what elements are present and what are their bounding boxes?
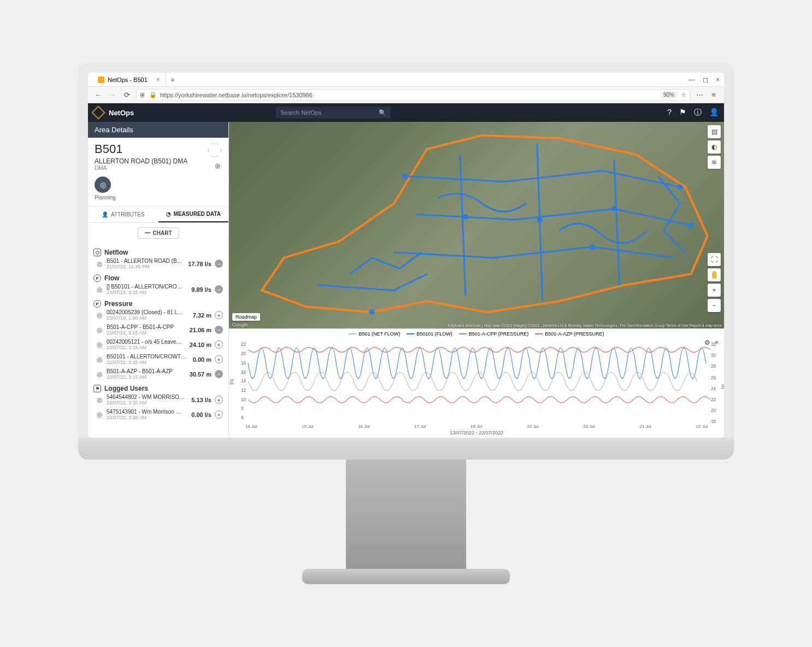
row-timestamp: 22/07/22, 3:15 AM [107, 374, 186, 380]
nav-back-icon[interactable]: ← [93, 91, 103, 99]
map-view[interactable]: ▤ ◐ ≋ ⛶ + − Roadmap Google Keyboard shor… [229, 122, 724, 328]
chart-button[interactable]: 〰 CHART [138, 227, 179, 239]
tab-attributes[interactable]: 👤 ATTRIBUTES [88, 207, 158, 222]
legend-item[interactable]: B501-A-AZP (PRESSURE) [545, 331, 604, 337]
info-icon[interactable]: ⓘ [694, 108, 702, 117]
legend-item[interactable]: B501-A-CPP (PRESSURE) [469, 331, 528, 337]
brand-name[interactable]: NetOps [109, 109, 134, 117]
target-icon[interactable]: ◎ [96, 411, 103, 419]
y-ticks-left: 22201816 14121086 [241, 342, 246, 420]
map-type-toggle[interactable]: Roadmap [232, 313, 260, 321]
svg-text:28: 28 [711, 363, 716, 369]
window-close-icon[interactable]: × [716, 76, 720, 84]
address-bar[interactable]: ⛨ 🔒 https://yorkshirewater.netbase.io/ne… [136, 89, 690, 101]
row-title: B501-A-CPP - B501-A-CPP [107, 324, 186, 330]
row-toggle-button[interactable]: + [215, 355, 223, 363]
data-row[interactable]: ◎ 00242005121 - o/s 45 Leave… 22/07/22, … [93, 337, 223, 352]
row-toggle-button[interactable]: + [215, 340, 223, 349]
flag-icon[interactable]: ⚑ [679, 108, 686, 117]
help-icon[interactable]: ? [667, 108, 672, 117]
target-icon[interactable]: ◎ [96, 286, 103, 293]
row-timestamp: 22/07/22, 3:15 AM [107, 330, 186, 336]
map-legend-icon[interactable]: ≋ [708, 156, 721, 169]
map-style-icon[interactable]: ◐ [708, 140, 721, 154]
pegman-icon[interactable] [708, 268, 721, 281]
browser-tab[interactable]: NetOps - B501 × [92, 73, 166, 86]
row-toggle-button[interactable]: + [215, 311, 223, 319]
svg-text:22: 22 [711, 396, 716, 402]
menu-icon[interactable]: ≡ [709, 91, 719, 99]
x-axis-labels: 14 Jul 15 Jul 16 Jul 17 Jul 18 Jul 19 Ju… [229, 424, 724, 429]
data-row[interactable]: ◎ 00242005239 (Closed) - 81 L… 23/07/19,… [93, 308, 223, 322]
data-row[interactable]: ◎ B501-A-CPP - B501-A-CPP 22/07/22, 3:15… [93, 322, 223, 337]
planning-button[interactable]: ◎ [95, 177, 111, 193]
chart-pane: B501 (NET FLOW) B50101 (FLOW) B501-A-CPP… [229, 328, 724, 438]
map-layers-icon[interactable]: ▤ [708, 125, 721, 138]
row-toggle-button[interactable]: + [215, 410, 223, 419]
nav-reload-icon[interactable]: ⟳ [122, 91, 132, 99]
row-value: 5.13 l/s [191, 397, 211, 403]
data-row[interactable]: ◎ 5475143901 - Wm Morrison … 22/07/22, 3… [93, 407, 223, 422]
target-icon[interactable]: ◎ [96, 370, 103, 378]
svg-text:24: 24 [711, 385, 716, 391]
tab-measured-data[interactable]: ◔ MEASURED DATA [158, 207, 229, 222]
zoom-indicator[interactable]: 90% [660, 91, 678, 98]
target-icon[interactable]: ◎ [96, 326, 103, 334]
chart-svg[interactable]: l/s m 22201816 14121086 32302826 2422201… [229, 339, 724, 424]
row-toggle-button[interactable]: − [215, 326, 223, 334]
row-value: 21.06 m [190, 327, 211, 333]
shield-icon: ⛨ [140, 92, 146, 98]
nav-forward-icon[interactable]: → [108, 91, 117, 99]
legend-item[interactable]: B50101 (FLOW) [416, 331, 452, 337]
row-toggle-button[interactable]: − [215, 260, 223, 268]
svg-text:12: 12 [241, 387, 246, 393]
pressure-icon: P [93, 300, 101, 308]
gauge-icon: ◔ [166, 211, 171, 217]
search-input[interactable]: Search NetOps 🔍 [276, 107, 391, 119]
os-tab-bar: NetOps - B501 × + — ◻ × [88, 73, 724, 87]
row-toggle-button[interactable]: − [215, 370, 223, 378]
target-icon[interactable]: ◎ [96, 396, 103, 404]
extensions-icon[interactable]: ⋯ [695, 91, 704, 99]
target-icon[interactable]: ◎ [96, 356, 103, 363]
svg-text:8: 8 [241, 405, 244, 411]
row-toggle-button[interactable]: − [215, 285, 223, 293]
data-row[interactable]: ◎ 5464544802 - WM MORRISO… 22/07/22, 3:3… [93, 392, 223, 407]
svg-text:6: 6 [241, 415, 244, 420]
area-type: DMA [95, 165, 222, 171]
row-title: B501-A-AZP - B501-A-AZP [107, 368, 186, 374]
legend-item[interactable]: B501 (NET FLOW) [358, 331, 400, 337]
window-minimize-icon[interactable]: — [689, 76, 695, 84]
new-tab-button[interactable]: + [166, 75, 179, 84]
app-header: NetOps Search NetOps 🔍 ? ⚑ ⓘ 👤 [88, 103, 724, 122]
map-zoom-out[interactable]: − [708, 299, 721, 312]
series-netflow [248, 372, 697, 390]
row-value: 7.32 m [193, 312, 211, 319]
target-icon[interactable]: ◎ [96, 311, 103, 319]
data-row[interactable]: ◎ [] B50101 - ALLERTON/CRO… 22/07/22, 3:… [93, 282, 223, 297]
row-value: 0.00 l/s [191, 411, 211, 418]
map-overlay-svg [229, 122, 724, 328]
url-text: https://yorkshirewater.netbase.io/netops… [160, 92, 657, 98]
account-icon[interactable]: 👤 [709, 108, 719, 117]
area-summary: B501 ALLERTON ROAD (B501) DMA DMA ⊕ [88, 138, 228, 173]
tab-close-icon[interactable]: × [156, 76, 160, 84]
map-zoom-in[interactable]: + [708, 284, 721, 297]
row-value: 17.78 l/s [188, 261, 211, 267]
bookmark-icon[interactable]: ☆ [681, 91, 686, 98]
window-maximize-icon[interactable]: ◻ [703, 76, 708, 84]
target-icon[interactable]: ◎ [96, 260, 103, 268]
map-fullscreen-icon[interactable]: ⛶ [708, 253, 721, 266]
section-header-netflow: ⬡Netflow [93, 249, 223, 256]
locate-icon[interactable]: ⊕ [215, 162, 221, 170]
row-value: 9.89 l/s [191, 286, 211, 293]
row-toggle-button[interactable]: + [215, 396, 223, 404]
data-row[interactable]: ◎ B50101 - ALLERTON/CROWT… 22/07/22, 3:1… [93, 352, 223, 367]
data-row[interactable]: ◎ B501-A-AZP - B501-A-AZP 22/07/22, 3:15… [93, 367, 223, 381]
google-logo: Google [232, 322, 248, 327]
svg-point-2 [611, 206, 617, 211]
data-row[interactable]: ◎ B501 - ALLERTON ROAD (B501) D… 21/07/2… [93, 256, 223, 271]
row-timestamp: 22/07/22, 3:30 AM [107, 400, 188, 405]
target-icon[interactable]: ◎ [96, 341, 103, 349]
section-header-logged: ⚑Logged Users [93, 385, 223, 392]
